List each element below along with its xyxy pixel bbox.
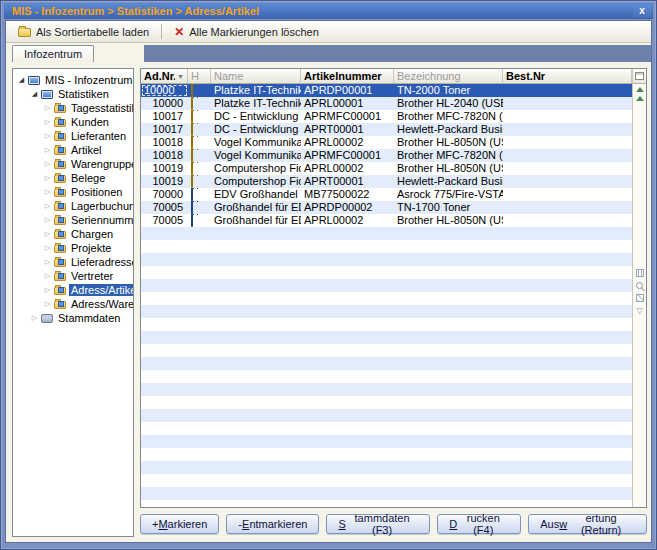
tree-item-warengruppen[interactable]: ▷Warengruppen: [13, 157, 133, 171]
cell-name: Platzke IT-Technik: [211, 97, 301, 110]
tree-item-statistiken[interactable]: ◢Statistiken: [13, 87, 133, 101]
load-sort-table-button[interactable]: Als Sortiertabelle laden: [10, 23, 157, 41]
expand-arrow-icon[interactable]: ▷: [43, 258, 52, 266]
blue-lock-icon: [191, 201, 193, 214]
column-header-label: Best.Nr: [506, 70, 628, 82]
tree-item-stammdaten[interactable]: ▷Stammdaten: [13, 311, 133, 325]
tree-item-projekte[interactable]: ▷Projekte: [13, 241, 133, 255]
cell-bezeichnung: TN-1700 Toner: [394, 201, 503, 214]
rail-nav-icons: [636, 84, 644, 101]
footer-button-bar: + Markieren- EntmarkierenStammdaten (F3)…: [140, 508, 647, 537]
tree-item-kunden[interactable]: ▷Kunden: [13, 115, 133, 129]
folder-icon: [54, 203, 66, 211]
footer-button-markieren[interactable]: + Markieren: [140, 514, 219, 534]
yellow-lock-icon: [191, 136, 193, 149]
collapse-arrow-icon[interactable]: ◢: [17, 76, 26, 84]
tree-item-lieferadressen[interactable]: ▷Lieferadressen: [13, 255, 133, 269]
column-header-name[interactable]: Name: [211, 69, 301, 83]
column-header-best-nr[interactable]: Best.Nr: [503, 69, 632, 83]
tree-item-vertreter[interactable]: ▷Vertreter: [13, 269, 133, 283]
expand-arrow-icon[interactable]: ▷: [43, 216, 52, 224]
expand-arrow-icon[interactable]: ▷: [43, 104, 52, 112]
scroll-up-icon[interactable]: [636, 96, 644, 101]
expand-arrow-icon[interactable]: ▷: [43, 146, 52, 154]
database-icon: [41, 314, 53, 323]
column-header-bezeichnung[interactable]: Bezeichnung: [394, 69, 503, 83]
expand-arrow-icon[interactable]: ▷: [43, 230, 52, 238]
footer-button-stammdaten-f3[interactable]: Stammdaten (F3): [326, 514, 430, 534]
cell-name: Vogel Kommunikation: [211, 136, 301, 149]
table-row[interactable]: 10019Computershop FichtneAPRT00001Hewlet…: [141, 175, 632, 188]
cell-artikelnummer: APRDP00002: [301, 201, 394, 214]
yellow-lock-icon: [191, 175, 193, 188]
expand-arrow-icon[interactable]: ▷: [43, 160, 52, 168]
expand-arrow-icon[interactable]: ▷: [43, 272, 52, 280]
table-row[interactable]: 70005Großhandel für EDV HAPRDP00002TN-17…: [141, 201, 632, 214]
expand-arrow-icon[interactable]: ▷: [43, 244, 52, 252]
folder-icon: [54, 245, 66, 253]
cell-bezeichnung: TN-2000 Toner: [394, 84, 503, 97]
tree-item-adress-artikel[interactable]: ▷Adress/Artikel: [13, 283, 133, 297]
cell-bestnr: [503, 84, 632, 97]
tree-item-artikel[interactable]: ▷Artikel: [13, 143, 133, 157]
expand-arrow-icon[interactable]: ▷: [43, 202, 52, 210]
folder-icon: [54, 259, 66, 267]
expand-arrow-icon[interactable]: ▷: [43, 118, 52, 126]
expand-arrow-icon[interactable]: ▷: [43, 286, 52, 294]
filter-icon[interactable]: ▽: [636, 307, 642, 315]
clear-marks-button[interactable]: ✕ Alle Markierungen löschen: [166, 23, 327, 41]
customize-columns-icon[interactable]: [633, 69, 647, 84]
tree-item-chargen[interactable]: ▷Chargen: [13, 227, 133, 241]
tree-item-adress-warengruppen[interactable]: ▷Adress/Warengruppen: [13, 297, 133, 311]
folder-icon: [54, 119, 66, 127]
pattern-box-icon[interactable]: [636, 294, 644, 302]
cell-bezeichnung: Hewlett-Packard Business InkJe: [394, 175, 503, 188]
tree-item-belege[interactable]: ▷Belege: [13, 171, 133, 185]
table-row[interactable]: 10019Computershop FichtneAPRL00002Brothe…: [141, 162, 632, 175]
expand-arrow-icon[interactable]: ▷: [43, 132, 52, 140]
expand-arrow-icon[interactable]: ▷: [43, 174, 52, 182]
tree-item-label: Tagesstatistik: [69, 102, 134, 114]
cell-adnr: 10019: [141, 162, 188, 175]
expand-arrow-icon[interactable]: ▷: [30, 314, 39, 322]
cell-artikelnummer: APRT00001: [301, 175, 394, 188]
footer-button-auswertung-return[interactable]: Auswertung (Return): [528, 514, 647, 534]
tree-item-lagerbuchungen[interactable]: ▷Lagerbuchungen: [13, 199, 133, 213]
table-row[interactable]: 10000Platzke IT-TechnikAPRDP00001TN-2000…: [141, 84, 632, 97]
tree-item-tagesstatistik[interactable]: ▷Tagesstatistik: [13, 101, 133, 115]
expand-arrow-icon[interactable]: ▷: [43, 188, 52, 196]
tree-item-lieferanten[interactable]: ▷Lieferanten: [13, 129, 133, 143]
table-row[interactable]: 10018Vogel KommunikationAPRL00002Brother…: [141, 136, 632, 149]
rail-tool-icons: ▽: [636, 269, 644, 315]
table-row[interactable]: 10017DC - Entwicklung HeiAPRT00001Hewlet…: [141, 123, 632, 136]
cell-adnr: 10019: [141, 175, 188, 188]
table-row[interactable]: 70005Großhandel für EDV HAPRL00002Brothe…: [141, 214, 632, 227]
cell-lock: [188, 84, 211, 97]
tab-infozentrum[interactable]: Infozentrum: [12, 45, 94, 62]
cell-artikelnummer: APRL00002: [301, 162, 394, 175]
column-header-ad-nr-[interactable]: Ad.Nr.▼: [141, 69, 188, 83]
tree-item-positionen[interactable]: ▷Positionen: [13, 185, 133, 199]
close-icon[interactable]: x: [633, 5, 651, 18]
collapse-arrow-icon[interactable]: ◢: [30, 90, 39, 98]
toolbar: Als Sortiertabelle laden ✕ Alle Markieru…: [6, 21, 651, 43]
table-row[interactable]: 10000Platzke IT-TechnikAPRL00001Brother …: [141, 97, 632, 110]
computer-icon: [28, 76, 40, 85]
cell-lock: [188, 136, 211, 149]
navigation-tree: ◢MIS - Infozentrum◢Statistiken▷Tagesstat…: [12, 68, 134, 537]
column-header-h[interactable]: H: [188, 69, 211, 83]
table-row[interactable]: 10018Vogel KommunikationAPRMFC00001Broth…: [141, 149, 632, 162]
expand-arrow-icon[interactable]: ▷: [43, 300, 52, 308]
computer-icon: [41, 90, 53, 99]
column-chooser-icon[interactable]: [636, 269, 644, 277]
column-header-artikelnummer[interactable]: Artikelnummer: [301, 69, 394, 83]
scroll-to-top-icon[interactable]: [636, 87, 644, 92]
tree-item-seriennummern[interactable]: ▷Seriennummern: [13, 213, 133, 227]
footer-button-drucken-f4[interactable]: Drucken (F4): [437, 514, 521, 534]
table-row[interactable]: 10017DC - Entwicklung HeiAPRMFC00001Brot…: [141, 110, 632, 123]
table-row[interactable]: 70000EDV Großhandel WinklMB77500022Asroc…: [141, 188, 632, 201]
tree-item-label: Adress/Artikel: [69, 284, 134, 296]
tree-item-mis-infozentrum[interactable]: ◢MIS - Infozentrum: [13, 73, 133, 87]
search-icon[interactable]: [636, 282, 643, 289]
footer-button-entmarkieren[interactable]: - Entmarkieren: [226, 514, 319, 534]
